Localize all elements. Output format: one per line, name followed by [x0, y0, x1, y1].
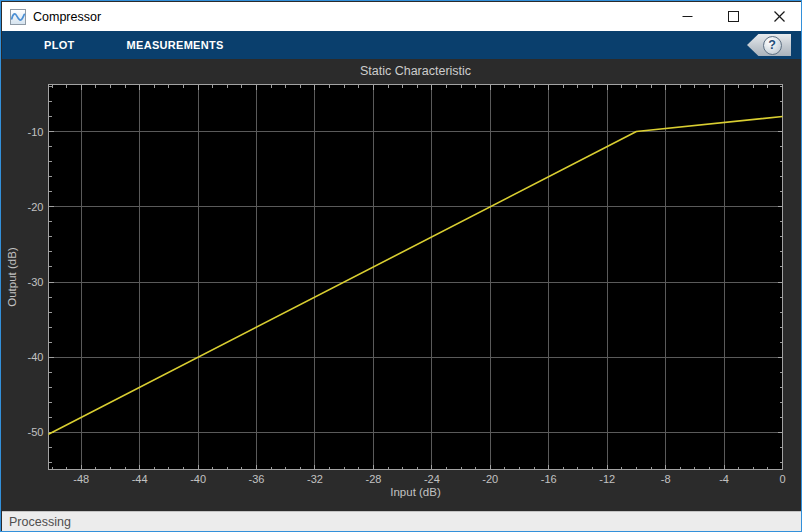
x-tick-label: -20 — [482, 473, 498, 485]
figure-area: Static CharacteristicInput (dB)Output (d… — [2, 59, 802, 511]
x-tick-label: -28 — [365, 473, 381, 485]
x-tick-label: -32 — [307, 473, 323, 485]
x-tick-label: -48 — [73, 473, 89, 485]
titlebar: Compressor — [2, 2, 802, 31]
waveform-plot-icon — [10, 9, 26, 25]
minimize-button[interactable] — [664, 2, 710, 31]
x-tick-label: -36 — [249, 473, 265, 485]
y-tick-label: -50 — [28, 426, 44, 438]
y-axis-label: Output (dB) — [6, 247, 18, 307]
x-tick-label: -12 — [599, 473, 615, 485]
question-mark-icon: ? — [763, 36, 782, 55]
axes-background — [49, 85, 783, 470]
static-characteristic-chart: Static CharacteristicInput (dB)Output (d… — [2, 59, 802, 511]
x-tick-label: -8 — [661, 473, 671, 485]
status-message: Processing — [9, 515, 71, 529]
maximize-button[interactable] — [710, 2, 756, 31]
x-tick-label: -44 — [132, 473, 148, 485]
y-tick-label: -20 — [28, 201, 44, 213]
x-tick-label: -16 — [541, 473, 557, 485]
statusbar: Processing — [2, 511, 802, 532]
tab-plot[interactable]: PLOT — [44, 31, 75, 59]
close-button[interactable] — [756, 2, 802, 31]
help-button[interactable]: ? — [747, 34, 791, 56]
y-tick-label: -40 — [28, 351, 44, 363]
x-tick-label: -24 — [424, 473, 440, 485]
minimize-icon — [682, 11, 693, 22]
x-axis-label: Input (dB) — [390, 486, 441, 498]
tab-measurements[interactable]: MEASUREMENTS — [127, 31, 224, 59]
y-tick-label: -30 — [28, 276, 44, 288]
x-tick-label: -40 — [190, 473, 206, 485]
compressor-window: Compressor PLOT MEASUREMENTS — [0, 0, 802, 532]
window-title: Compressor — [33, 10, 101, 24]
y-tick-label: -10 — [28, 126, 44, 138]
x-tick-label: 0 — [779, 473, 785, 485]
x-tick-label: -4 — [719, 473, 729, 485]
close-icon — [774, 11, 785, 22]
caption-buttons — [664, 2, 802, 31]
chart-title: Static Characteristic — [360, 64, 471, 78]
toolstrip: PLOT MEASUREMENTS ? — [2, 31, 802, 59]
maximize-icon — [728, 11, 739, 22]
